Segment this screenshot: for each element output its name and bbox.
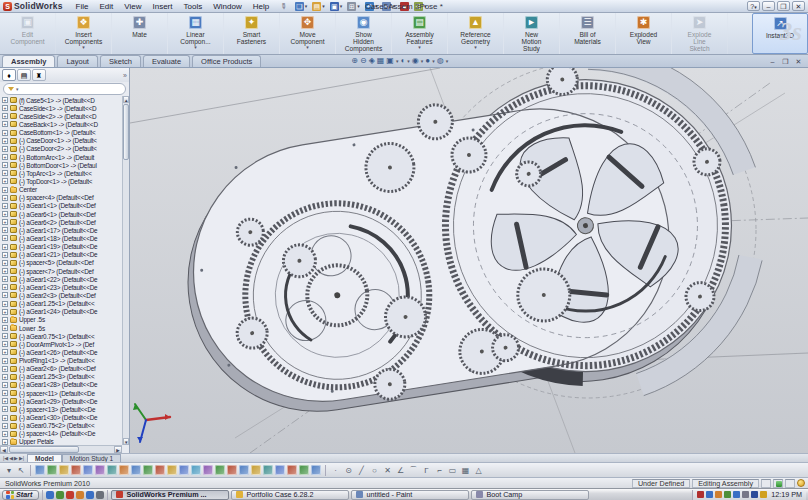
tree-item[interactable]: +(-) TopArc<1> -> (Default<< — [2, 169, 122, 177]
doc-close-button[interactable]: ✕ — [793, 58, 804, 66]
assembly-tool-icon[interactable] — [107, 465, 117, 475]
tray-icon[interactable] — [733, 491, 740, 498]
doc-restore-button[interactable]: ❐ — [780, 58, 791, 66]
expand-icon[interactable]: + — [2, 244, 8, 250]
sketch-tool-icon[interactable]: ∠ — [395, 466, 406, 475]
expand-icon[interactable]: + — [2, 276, 8, 282]
task-button[interactable]: SolidWorks Premium ... — [111, 490, 229, 500]
expand-icon[interactable]: + — [2, 341, 8, 347]
scroll-right-arrow[interactable]: ▶ — [114, 446, 122, 453]
tree-horizontal-scrollbar[interactable]: ◀ ▶ — [0, 445, 122, 453]
reference-geometry-button[interactable]: ▲Reference Geometry▾ — [448, 13, 504, 54]
hscroll-thumb[interactable] — [9, 446, 79, 453]
previous-view-icon[interactable]: ◈ — [369, 56, 375, 66]
print-button[interactable]: ⊞▾ — [345, 1, 362, 12]
expand-icon[interactable]: + — [2, 374, 8, 380]
insert-components-button[interactable]: ❖Insert Components▾ — [56, 13, 112, 54]
assembly-tool-icon[interactable] — [83, 465, 93, 475]
help-bulb-icon[interactable] — [797, 479, 805, 487]
tree-item[interactable]: +(-) CaseDoor<1> -> (Default< — [2, 137, 122, 145]
tree-item[interactable]: +Center — [2, 186, 122, 194]
assembly-tool-icon[interactable] — [179, 465, 189, 475]
expand-icon[interactable]: + — [2, 292, 8, 298]
menu-window[interactable]: Window — [208, 2, 246, 11]
smart-fasteners-button[interactable]: ✦Smart Fasteners — [224, 13, 280, 54]
sketch-tool-icon[interactable]: · — [330, 466, 341, 475]
linear-component-pattern-button[interactable]: ▦Linear Compon...▾ — [168, 13, 224, 54]
expand-icon[interactable]: + — [2, 97, 8, 103]
tree-item[interactable]: +PivotRing1<1> -> (Default<< — [2, 357, 122, 365]
assembly-tool-icon[interactable] — [143, 465, 153, 475]
tree-item[interactable]: +(-) BottomArc<1> -> (Default — [2, 153, 122, 161]
expand-icon[interactable]: + — [2, 105, 8, 111]
tree-item[interactable]: +CaseBottom<1> -> (Default< — [2, 129, 122, 137]
configuration-manager-tab[interactable]: ♜ — [32, 69, 46, 81]
tree-item[interactable]: +(-) aGear1<29> (Default<<De — [2, 397, 122, 405]
assembly-tool-icon[interactable] — [239, 465, 249, 475]
expand-icon[interactable]: + — [2, 154, 8, 160]
tree-filter-input[interactable]: ▾ — [3, 83, 126, 95]
expand-icon[interactable]: + — [2, 325, 8, 331]
hide-show-items-icon[interactable]: ◉ — [412, 56, 419, 66]
menu-insert[interactable]: Insert — [148, 2, 178, 11]
tree-item[interactable]: +(-) aGear2<6> (Default<<Def — [2, 365, 122, 373]
new-motion-study-button[interactable]: ►New Motion Study — [504, 13, 560, 54]
expand-icon[interactable]: + — [2, 203, 8, 209]
tray-icon[interactable] — [742, 491, 749, 498]
tree-item[interactable]: +(-) spacer<13> (Default<<De — [2, 405, 122, 413]
tree-item[interactable]: +CaseSide<2> -> (Default<<D — [2, 112, 122, 120]
tree-item[interactable]: +(-) CaseDoor<2> -> (Default< — [2, 145, 122, 153]
tab-motion-study-1[interactable]: Motion Study 1 — [62, 454, 121, 462]
assembly-tool-icon[interactable] — [191, 465, 201, 475]
tree-item[interactable]: +(-) aGear1<18> (Default<<De — [2, 234, 122, 242]
tree-item[interactable]: +(-) aGear1<24> (Default<<De — [2, 308, 122, 316]
featuremanager-tree-tab[interactable]: ♦ — [2, 69, 16, 81]
panel-chevron-icon[interactable]: » — [123, 72, 127, 79]
sketch-tool-icon[interactable]: Γ — [421, 466, 432, 475]
scroll-left-arrow[interactable]: ◀ — [0, 446, 8, 453]
expand-icon[interactable]: + — [2, 130, 8, 136]
scroll-up-arrow[interactable]: ▲ — [123, 96, 129, 103]
start-button[interactable]: Start — [2, 490, 39, 500]
assembly-tool-icon[interactable] — [167, 465, 177, 475]
show-hidden-components-button[interactable]: ◉Show Hidden Components — [336, 13, 392, 54]
expand-icon[interactable]: + — [2, 227, 8, 233]
expand-icon[interactable]: + — [2, 170, 8, 176]
sketch-tool-icon[interactable]: ⌒ — [408, 465, 419, 476]
tree-item[interactable]: +(-) aGear1<28> (Default<<De — [2, 381, 122, 389]
tab-nav-arrow-icon[interactable]: ▶ — [14, 455, 18, 461]
tree-item[interactable]: +(-) TopDoor<1> -> (Default< — [2, 177, 122, 185]
assembly-tool-icon[interactable] — [227, 465, 237, 475]
expand-icon[interactable]: + — [2, 235, 8, 241]
expand-icon[interactable]: + — [2, 219, 8, 225]
tree-item[interactable]: +Lower .5s — [2, 324, 122, 332]
tray-icon[interactable] — [697, 491, 704, 498]
move-component-button[interactable]: ✥Move Component▾ — [280, 13, 336, 54]
task-button[interactable]: Portfolio Case 6.28.2 — [231, 490, 349, 500]
section-view-icon[interactable]: ▦ — [377, 56, 385, 66]
tree-item[interactable]: +(-) aGear1<30> (Default<<De — [2, 413, 122, 421]
expand-icon[interactable]: + — [2, 178, 8, 184]
sketch-tool-icon[interactable]: △ — [473, 466, 484, 475]
tab-assembly[interactable]: Assembly — [2, 55, 55, 67]
sketch-tool-icon[interactable]: ○ — [369, 466, 380, 475]
tree-item[interactable]: +(-) aGear1<26> (Default<<De — [2, 348, 122, 356]
assembly-tool-icon[interactable] — [47, 465, 57, 475]
zoom-fit-icon[interactable]: ⊕ — [351, 56, 358, 66]
tray-icon[interactable] — [751, 491, 758, 498]
expand-icon[interactable]: + — [2, 195, 8, 201]
sketch-tool-icon[interactable]: ✕ — [382, 466, 393, 475]
task-button[interactable]: Boot Camp — [471, 490, 589, 500]
tab-nav-arrow-icon[interactable]: |◀ — [3, 455, 8, 461]
doc-minimize-button[interactable]: – — [767, 58, 778, 66]
tab-evaluate[interactable]: Evaluate — [143, 55, 190, 67]
expand-icon[interactable]: + — [2, 284, 8, 290]
expand-icon[interactable]: + — [2, 382, 8, 388]
tab-sketch[interactable]: Sketch — [100, 55, 141, 67]
tray-icon[interactable] — [715, 491, 722, 498]
sketch-tool-icon[interactable]: ▦ — [460, 466, 471, 475]
graphics-viewport[interactable] — [130, 68, 808, 453]
quick-launch-icon[interactable] — [66, 491, 74, 499]
rebuild-button[interactable]: ● — [398, 1, 411, 12]
instant3d-button[interactable]: ↗Instant3D — [752, 13, 808, 54]
